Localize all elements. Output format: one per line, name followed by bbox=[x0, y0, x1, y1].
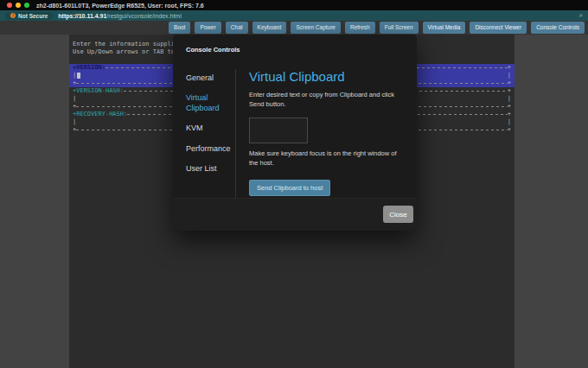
refresh-button[interactable]: Refresh bbox=[345, 22, 375, 34]
dialog-nav: General Virtual Clipboard KVM Performanc… bbox=[186, 73, 234, 174]
nav-performance[interactable]: Performance bbox=[186, 143, 234, 154]
nav-divider bbox=[235, 69, 236, 200]
browser-url-bar[interactable]: ! Not Secure https://10.11.4.91/restgui/… bbox=[0, 10, 588, 21]
panel-heading: Virtual Clipboard bbox=[249, 69, 406, 84]
dialog-footer: Close bbox=[173, 198, 417, 231]
nav-user-list[interactable]: User List bbox=[186, 163, 234, 174]
url-path: /restgui/vconsole/index.html bbox=[106, 13, 181, 19]
clipboard-textarea[interactable] bbox=[249, 117, 308, 143]
full-screen-button[interactable]: Full Screen bbox=[380, 22, 419, 34]
boot-button[interactable]: Boot bbox=[169, 22, 190, 34]
not-secure-label: Not Secure bbox=[18, 13, 48, 19]
vconsole-toolbar: Boot Power Chat Keyboard Screen Capture … bbox=[0, 21, 588, 35]
console-field-label: +RECOVERY-HASH: bbox=[73, 111, 127, 118]
console-field-label: +VERSION-HASH: bbox=[73, 87, 124, 95]
window-titlebar: zh2-d801-601L0T3, PowerEdge R6525, User:… bbox=[0, 0, 588, 10]
chat-button[interactable]: Chat bbox=[226, 22, 248, 34]
panel-description: Enter desired text or copy from Clipboar… bbox=[249, 90, 406, 110]
fullscreen-window-icon[interactable] bbox=[24, 3, 29, 8]
virtual-media-button[interactable]: Virtual Media bbox=[423, 22, 466, 34]
close-window-icon[interactable] bbox=[7, 3, 12, 8]
url-text[interactable]: https://10.11.4.91/restgui/vconsole/inde… bbox=[58, 13, 181, 19]
keyboard-button[interactable]: Keyboard bbox=[252, 22, 287, 34]
console-field-label: +VERSION: bbox=[73, 64, 105, 72]
nav-general[interactable]: General bbox=[186, 73, 234, 83]
screen-capture-button[interactable]: Screen Capture bbox=[291, 22, 341, 34]
power-button[interactable]: Power bbox=[195, 22, 220, 34]
console-controls-button[interactable]: Console Controls bbox=[531, 22, 585, 34]
dialog-title: Console Controls bbox=[186, 46, 240, 54]
warning-icon: ! bbox=[10, 13, 16, 18]
screen: zh2-d801-601L0T3, PowerEdge R6525, User:… bbox=[0, 0, 588, 368]
not-secure-badge[interactable]: ! Not Secure bbox=[5, 12, 53, 20]
nav-kvm[interactable]: KVM bbox=[186, 123, 234, 133]
minimize-window-icon[interactable] bbox=[16, 3, 21, 8]
close-dialog-button[interactable]: Close bbox=[383, 206, 413, 223]
send-clipboard-button[interactable]: Send Clipboard to host bbox=[249, 180, 330, 196]
text-cursor bbox=[77, 73, 80, 79]
disconnect-viewer-button[interactable]: Disconnect Viewer bbox=[470, 22, 527, 34]
virtual-clipboard-panel: Virtual Clipboard Enter desired text or … bbox=[249, 69, 406, 196]
url-host: https://10.11.4.91 bbox=[58, 13, 106, 19]
console-controls-dialog: Console Controls General Virtual Clipboa… bbox=[173, 35, 417, 231]
nav-virtual-clipboard[interactable]: Virtual Clipboard bbox=[186, 92, 234, 113]
search-icon[interactable]: ⌕ bbox=[579, 11, 583, 20]
panel-note: Make sure keyboard focus is on the right… bbox=[249, 149, 406, 168]
window-title: zh2-d801-601L0T3, PowerEdge R6525, User:… bbox=[36, 3, 204, 9]
